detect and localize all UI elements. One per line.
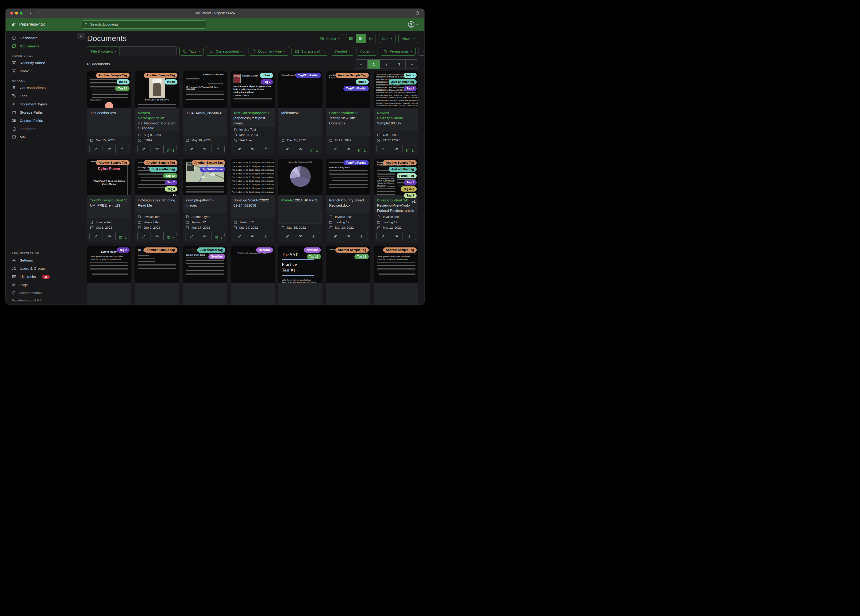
comment-count-badge[interactable]: 1 bbox=[403, 148, 416, 154]
preview-button[interactable] bbox=[150, 232, 163, 240]
document-thumbnail[interactable]: This is a test for the double space char… bbox=[231, 159, 275, 195]
tag-pill[interactable]: Tag 2 bbox=[261, 79, 273, 85]
sort-button[interactable]: Sort▾ bbox=[378, 34, 396, 43]
preview-button[interactable] bbox=[198, 145, 211, 153]
edit-button[interactable] bbox=[89, 145, 103, 153]
tag-pill[interactable]: Tag 12 bbox=[355, 254, 369, 259]
tag-pill[interactable]: Another Sample Tag bbox=[96, 160, 130, 165]
comment-count-badge[interactable]: 1 bbox=[212, 235, 225, 241]
tag-pill[interactable]: NewOne bbox=[209, 254, 225, 259]
tag-pill[interactable]: Another Sample Tag bbox=[336, 73, 369, 78]
detail-view-button[interactable] bbox=[366, 34, 375, 43]
list-view-button[interactable] bbox=[346, 34, 356, 43]
document-correspondent[interactable]: Test Correspondent 1 bbox=[90, 198, 126, 202]
document-card[interactable]: Test NameAnother Sample Tag bbox=[135, 246, 179, 305]
download-button[interactable] bbox=[307, 232, 320, 240]
tag-pill[interactable]: NewOne bbox=[256, 247, 273, 253]
document-title[interactable]: Newest Correspondent: Sample100.csv bbox=[374, 108, 418, 131]
sidebar-item-document-types[interactable]: #Document Types bbox=[6, 100, 80, 108]
document-card[interactable]: The SATPracticeTest #1Make time to take … bbox=[278, 246, 322, 305]
document-card[interactable]: Contact Sheet DemoJust another tagNewOne bbox=[183, 246, 227, 305]
document-title[interactable]: Sonstige ScanPC2022 03-24_081058 bbox=[231, 195, 275, 218]
document-thumbnail[interactable]: Patient BP Distribution 2011 bbox=[278, 159, 322, 195]
tag-pill[interactable]: Tag 12 bbox=[163, 173, 177, 178]
preview-button[interactable] bbox=[246, 232, 259, 240]
tag-pill[interactable]: Tag 12 bbox=[115, 86, 130, 91]
tag-pill[interactable]: Another Sample Tag bbox=[192, 160, 225, 165]
document-title[interactable]: 0004814539_20230531 bbox=[183, 108, 227, 136]
back-icon[interactable] bbox=[29, 11, 32, 16]
document-title[interactable] bbox=[326, 283, 370, 305]
tag-pill[interactable]: Another Sample Tag bbox=[144, 247, 177, 253]
tag-pill[interactable]: Inbox bbox=[164, 79, 177, 85]
preview-button[interactable] bbox=[150, 145, 163, 153]
sidebar-item-correspondents[interactable]: Correspondents bbox=[6, 83, 80, 92]
edit-button[interactable] bbox=[138, 145, 151, 153]
document-card[interactable]: Adobe Acrobat PDF FilesCupcake ipsumAnot… bbox=[87, 71, 131, 156]
title-content-dropdown[interactable]: Title & content▾ bbox=[87, 47, 119, 56]
document-correspondent[interactable]: Newest Correspondent bbox=[377, 111, 402, 120]
pagination-page-1[interactable]: 1 bbox=[367, 60, 380, 69]
document-title[interactable]: tablerates2 bbox=[278, 108, 322, 136]
tag-pill[interactable]: Another Sample Tag bbox=[144, 160, 177, 165]
sidebar-item-recently-added[interactable]: Recently Added bbox=[6, 59, 80, 67]
filter-storage-path-button[interactable]: Storage path▾ bbox=[292, 47, 328, 56]
tag-pill[interactable]: NewOne bbox=[304, 247, 321, 253]
sidebar-item-inbox[interactable]: Inbox bbox=[6, 67, 80, 75]
sidebar-item-storage-paths[interactable]: Storage Paths bbox=[6, 108, 80, 116]
tag-pill[interactable]: TagWithPartial bbox=[344, 160, 369, 165]
comment-count-badge[interactable]: 1 bbox=[355, 148, 369, 154]
views-button[interactable]: Views▾ bbox=[398, 34, 418, 43]
document-card[interactable]: Lorem ipsumLorem ipsum dolor sit amet, c… bbox=[87, 246, 131, 305]
edit-button[interactable] bbox=[89, 232, 103, 240]
edit-button[interactable] bbox=[377, 232, 390, 240]
tag-pill[interactable]: Tag 222 bbox=[401, 186, 417, 192]
tag-pill[interactable]: Another Sample Tag bbox=[336, 247, 369, 253]
document-card[interactable]: This is a multi page document. Page 1.Ne… bbox=[231, 246, 275, 305]
forward-icon[interactable] bbox=[36, 11, 40, 16]
document-card[interactable]: Lorem ipsumLorem ipsum dolor sit amet, c… bbox=[374, 246, 418, 305]
download-button[interactable] bbox=[403, 232, 416, 240]
tag-pill[interactable]: Tag 2 bbox=[165, 180, 177, 185]
tag-pill[interactable]: Inbox bbox=[356, 79, 369, 85]
select-button[interactable]: Select▾ bbox=[317, 34, 343, 43]
edit-button[interactable] bbox=[377, 145, 390, 153]
edit-button[interactable] bbox=[185, 232, 198, 240]
filter-document-type-button[interactable]: Document type▾ bbox=[249, 47, 289, 56]
document-title[interactable]: Private: 2011 BP Pie 2 bbox=[278, 195, 322, 223]
tag-pill[interactable]: Tag 3 bbox=[404, 193, 417, 198]
tag-pill[interactable]: Tag 3 bbox=[165, 186, 177, 192]
document-title[interactable] bbox=[231, 283, 275, 305]
preview-button[interactable] bbox=[342, 145, 355, 153]
document-title[interactable]: 2sample-pdf-with-images bbox=[183, 195, 227, 213]
tag-pill[interactable]: Another Sample Tag bbox=[144, 73, 177, 78]
comment-count-badge[interactable]: 2 bbox=[164, 148, 177, 154]
tag-pill[interactable]: TagWithPartial bbox=[295, 73, 321, 78]
document-title[interactable]: InDesign 2022 Scripting Read Me bbox=[135, 195, 179, 213]
document-title[interactable] bbox=[87, 283, 131, 305]
document-title[interactable]: Correspondent 9: Testing New Title Updat… bbox=[326, 108, 370, 136]
sidebar-item-documents[interactable]: Documents bbox=[6, 42, 80, 50]
pagination-prev[interactable]: « bbox=[355, 60, 367, 69]
pagination-page-2[interactable]: 2 bbox=[380, 60, 393, 69]
document-card[interactable]: Serial Number,Company Name,Employ 978818… bbox=[374, 71, 418, 156]
document-title[interactable]: Just another test bbox=[87, 108, 131, 136]
document-correspondent[interactable]: Newest Correspondent bbox=[138, 111, 163, 120]
reset-filters-button[interactable]: ×Reset filters bbox=[418, 47, 424, 56]
comment-count-badge[interactable]: 4 bbox=[116, 235, 129, 241]
preview-button[interactable] bbox=[390, 232, 403, 240]
preview-button[interactable] bbox=[246, 145, 259, 153]
document-card[interactable]: CyberPowerPowerPanel® Business EditionUs… bbox=[87, 159, 131, 243]
document-card[interactable]: Country,Region/State,"TagWithPartial1tab… bbox=[278, 71, 322, 156]
tag-pill[interactable]: TagWithPartial bbox=[200, 167, 225, 172]
tag-pill[interactable]: Tag 2 bbox=[117, 247, 130, 253]
edit-button[interactable] bbox=[329, 232, 342, 240]
tag-pill[interactable]: TagWithPartial bbox=[344, 86, 369, 91]
app-brand[interactable]: Paperless-ngx bbox=[11, 22, 82, 27]
tag-pill[interactable]: Another Sample Tag bbox=[383, 160, 417, 165]
document-correspondent[interactable]: Test Correspondent 1 bbox=[234, 111, 270, 115]
document-card[interactable]: Review of Arbitral Awards Shows Swift Re… bbox=[374, 159, 418, 243]
search-input[interactable] bbox=[89, 22, 204, 27]
sidebar-item-logs[interactable]: Logs bbox=[6, 281, 80, 289]
tag-pill[interactable]: Just another tag bbox=[389, 79, 417, 85]
